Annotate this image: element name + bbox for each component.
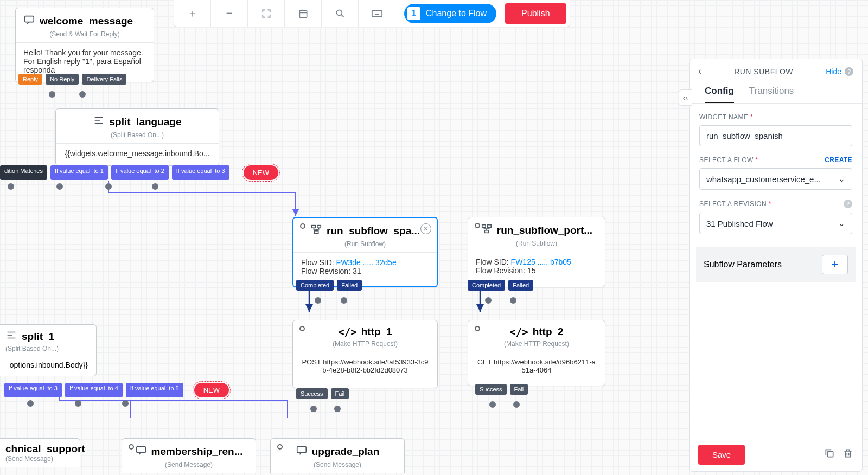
transition-pill[interactable]: Success: [296, 388, 328, 399]
search-button[interactable]: [322, 0, 359, 27]
help-icon[interactable]: ?: [844, 200, 852, 208]
widget-technical-support[interactable]: chnical_support (Send Message): [0, 438, 80, 467]
port[interactable]: [27, 400, 34, 407]
flow-sid[interactable]: FW3de ..... 32d5e: [336, 258, 397, 267]
widget-subtitle: (Split Based On...): [0, 345, 96, 356]
transition-pill[interactable]: Completed: [296, 280, 334, 291]
input-anchor[interactable]: [299, 326, 305, 331]
input-anchor[interactable]: [129, 444, 134, 450]
widget-title: http_1: [361, 326, 392, 338]
widget-subtitle: (Send & Wait For Reply): [16, 30, 154, 43]
transition-pill[interactable]: Completed: [468, 280, 505, 291]
widget-http-2[interactable]: </>http_2 (Make HTTP Request) GET https:…: [468, 320, 605, 386]
new-transition-button[interactable]: NEW: [194, 383, 229, 397]
widget-subtitle: (Send Message): [5, 455, 74, 463]
collapse-panel-button[interactable]: ‹‹: [679, 89, 692, 106]
chat-icon: [135, 444, 147, 459]
transition-pill[interactable]: Reply: [18, 74, 42, 85]
widget-membership-ren[interactable]: membership_ren... (Send Message): [122, 438, 256, 473]
zoom-out-button[interactable]: −: [211, 0, 248, 27]
duplicate-icon[interactable]: [824, 448, 835, 461]
widget-body: Flow SID: FW125 ..... b7b05 Flow Revisio…: [468, 252, 605, 283]
port[interactable]: [8, 183, 14, 190]
transition-pill[interactable]: Delivery Fails: [82, 74, 126, 85]
port[interactable]: [315, 297, 321, 304]
transition-pill[interactable]: If value equal_to 5: [126, 383, 183, 397]
port[interactable]: [56, 183, 63, 190]
panel-title: RUN SUBFLOW: [734, 67, 793, 76]
save-button[interactable]: Save: [698, 445, 745, 465]
port[interactable]: [489, 401, 496, 408]
port[interactable]: [75, 400, 81, 407]
svg-rect-1: [312, 226, 315, 228]
new-transition-button[interactable]: NEW: [244, 165, 278, 180]
flow-revision: Flow Revision: 31: [301, 267, 361, 275]
transition-pill[interactable]: Fail: [331, 388, 349, 399]
port[interactable]: [341, 297, 347, 304]
widget-http-1[interactable]: </>http_1 (Make HTTP Request) POST https…: [292, 320, 438, 388]
tab-config[interactable]: Config: [705, 86, 734, 103]
svg-rect-9: [299, 10, 307, 17]
flow-revision: Flow Revision: 15: [476, 266, 536, 275]
port[interactable]: [513, 401, 520, 408]
transition-pill[interactable]: dition Matches: [0, 165, 47, 180]
calendar-button[interactable]: [285, 0, 322, 27]
widget-run-subflow-port[interactable]: run_subflow_port... (Run Subflow) Flow S…: [468, 217, 605, 287]
flow-sid[interactable]: FW125 ..... b7b05: [511, 258, 571, 266]
widget-title: upgrade_plan: [312, 446, 380, 458]
select-flow-label: SELECT A FLOW *: [699, 156, 758, 164]
port[interactable]: [310, 406, 317, 412]
hide-panel-button[interactable]: Hide?: [826, 67, 853, 76]
transition-pill[interactable]: Fail: [510, 384, 528, 395]
transition-pill[interactable]: If value equal_to 2: [111, 165, 169, 180]
sid-label: Flow SID:: [301, 258, 336, 267]
help-icon[interactable]: ?: [845, 67, 853, 76]
port[interactable]: [105, 183, 112, 190]
subflow-icon: [481, 223, 493, 238]
transition-pill[interactable]: Failed: [508, 280, 533, 291]
close-icon[interactable]: ✕: [420, 223, 431, 234]
publish-button[interactable]: Publish: [505, 3, 566, 24]
trash-icon[interactable]: [843, 448, 853, 461]
widget-run-subflow-spanish[interactable]: ✕ run_subflow_spa... (Run Subflow) Flow …: [292, 217, 438, 287]
change-to-flow-button[interactable]: 1 Change to Flow: [404, 4, 496, 23]
widget-name-input[interactable]: [699, 125, 852, 146]
widget-body: GET https://webhook.site/d96b6211-a51a-4…: [468, 352, 605, 382]
keyboard-button[interactable]: [359, 0, 395, 27]
select-flow-dropdown[interactable]: whatsapp_customerservice_e... ⌄: [699, 168, 852, 190]
select-revision-dropdown[interactable]: 31 Published Flow ⌄: [699, 213, 852, 234]
transition-pill[interactable]: If value equal_to 1: [50, 165, 108, 180]
port[interactable]: [79, 91, 86, 98]
fit-screen-button[interactable]: [248, 0, 285, 27]
transition-pill[interactable]: Failed: [337, 280, 362, 291]
input-anchor[interactable]: [277, 444, 283, 450]
widget-welcome-message[interactable]: welcome_message (Send & Wait For Reply) …: [15, 8, 154, 82]
zoom-in-button[interactable]: ＋: [174, 0, 211, 27]
back-button[interactable]: ‹: [698, 66, 701, 77]
port[interactable]: [334, 406, 341, 412]
transition-pill[interactable]: No Reply: [46, 74, 79, 85]
transition-pill[interactable]: If value equal_to 3: [4, 383, 62, 397]
chat-icon: [23, 14, 35, 28]
tab-transitions[interactable]: Transitions: [749, 86, 794, 103]
port[interactable]: [485, 297, 492, 304]
input-anchor[interactable]: [475, 326, 480, 331]
input-anchor[interactable]: [300, 223, 305, 229]
port[interactable]: [122, 400, 129, 407]
widget-title: run_subflow_port...: [497, 224, 592, 236]
widget-title: membership_ren...: [151, 446, 243, 458]
transition-pill[interactable]: Success: [475, 384, 507, 395]
widget-split-1[interactable]: split_1 (Split Based On...) _options.inb…: [0, 324, 97, 376]
port[interactable]: [510, 297, 516, 304]
widget-split-language[interactable]: split_language (Split Based On...) {{wid…: [55, 108, 219, 166]
create-flow-link[interactable]: CREATE: [825, 156, 852, 164]
widget-subtitle: (Make HTTP Request): [468, 340, 605, 352]
input-anchor[interactable]: [475, 223, 480, 228]
port[interactable]: [49, 91, 55, 98]
port[interactable]: [152, 183, 158, 190]
transition-pill[interactable]: If value equal_to 3: [172, 165, 229, 180]
transition-pill[interactable]: If value equal_to 4: [65, 383, 123, 397]
widget-upgrade-plan[interactable]: upgrade_plan (Send Message): [270, 438, 405, 473]
select-revision-label: SELECT A REVISION *: [699, 200, 771, 208]
add-parameter-button[interactable]: +: [822, 255, 848, 274]
